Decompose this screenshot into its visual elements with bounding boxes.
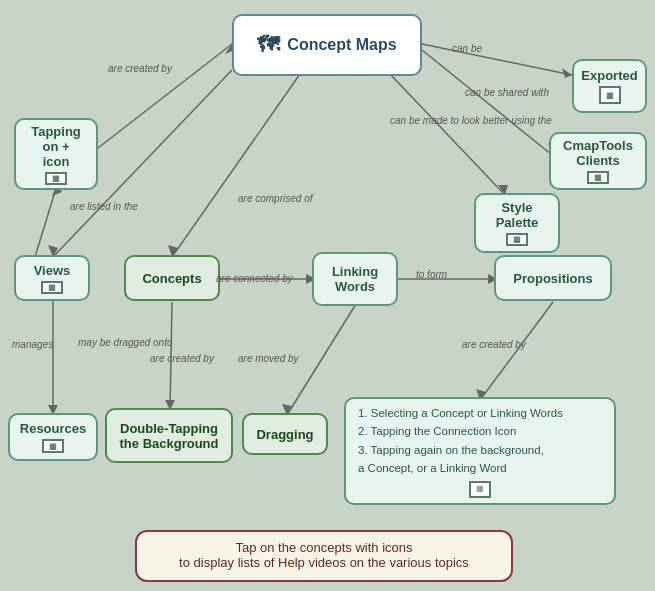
- label-are-created-by2: are created by: [150, 352, 214, 365]
- prop-item-1: 1. Selecting a Concept or Linking Words: [358, 404, 563, 422]
- propositions-list-icon: ▦: [469, 481, 491, 498]
- prop-item-4: a Concept, or a Linking Word: [358, 459, 507, 477]
- svg-line-10: [172, 74, 300, 257]
- label-are-comprised: are comprised of: [238, 192, 312, 205]
- prop-item-2: 2. Tapping the Connection Icon: [358, 422, 516, 440]
- concept-maps-node[interactable]: 🗺 Concept Maps: [232, 14, 422, 76]
- double-tapping-node[interactable]: Double-Tapping the Background: [105, 408, 233, 463]
- label-can-be-made: can be made to look better using the: [390, 114, 552, 128]
- svg-marker-1: [562, 68, 572, 78]
- propositions-node[interactable]: Propositions: [494, 255, 612, 301]
- svg-line-6: [98, 44, 232, 148]
- svg-line-24: [35, 185, 57, 257]
- cmaptools-label: CmapTools Clients: [563, 138, 633, 168]
- svg-line-2: [422, 50, 552, 155]
- label-are-created-by3: are created by: [462, 338, 526, 351]
- style-palette-label: Style Palette: [496, 200, 539, 230]
- concept-maps-icon: 🗺: [257, 32, 279, 58]
- resources-node[interactable]: Resources ▦: [8, 413, 98, 461]
- label-may-be-dragged: may be dragged onto: [78, 336, 173, 349]
- views-label: Views: [34, 263, 71, 278]
- svg-line-22: [480, 302, 553, 400]
- style-palette-icon: ▦: [506, 233, 528, 246]
- exported-icon: ▦: [599, 86, 621, 104]
- prop-item-3: 3. Tapping again on the background,: [358, 441, 544, 459]
- label-are-connected: are connected by: [216, 272, 293, 285]
- label-can-be-shared: can be shared with: [465, 86, 549, 99]
- concepts-label: Concepts: [142, 271, 201, 286]
- linking-words-node[interactable]: Linking Words: [312, 252, 398, 306]
- cmaptools-node[interactable]: CmapTools Clients ▦: [549, 132, 647, 190]
- dragging-label: Dragging: [256, 427, 313, 442]
- label-are-listed: are listed in the: [70, 200, 138, 213]
- propositions-label: Propositions: [513, 271, 592, 286]
- views-icon: ▦: [41, 281, 63, 294]
- label-are-moved-by: are moved by: [238, 352, 299, 365]
- svg-line-0: [422, 44, 572, 75]
- dragging-node[interactable]: Dragging: [242, 413, 328, 455]
- resources-icon: ▦: [42, 439, 64, 453]
- exported-label: Exported: [581, 68, 637, 83]
- bottom-note-line1: Tap on the concepts with icons: [157, 540, 491, 555]
- bottom-note-line2: to display lists of Help videos on the v…: [157, 555, 491, 570]
- double-tapping-label: Double-Tapping the Background: [120, 421, 219, 451]
- cmaptools-icon: ▦: [587, 171, 609, 184]
- linking-words-label: Linking Words: [332, 264, 378, 294]
- tapping-icon: ▦: [45, 172, 67, 185]
- label-can-be: can be: [452, 42, 482, 55]
- concept-maps-label: Concept Maps: [287, 36, 396, 54]
- concepts-node[interactable]: Concepts: [124, 255, 220, 301]
- tapping-label: Tapping on + icon: [31, 124, 81, 169]
- concept-map: 🗺 Concept Maps Exported ▦ CmapTools Clie…: [0, 0, 655, 591]
- exported-node[interactable]: Exported ▦: [572, 59, 647, 113]
- label-manages: manages: [12, 338, 53, 351]
- label-to-form: to form: [416, 268, 447, 281]
- resources-label: Resources: [20, 421, 86, 436]
- style-palette-node[interactable]: Style Palette ▦: [474, 193, 560, 253]
- tapping-node[interactable]: Tapping on + icon ▦: [14, 118, 98, 190]
- bottom-note: Tap on the concepts with icons to displa…: [135, 530, 513, 582]
- label-are-created-by-tapping: are created by: [108, 62, 172, 75]
- views-node[interactable]: Views ▦: [14, 255, 90, 301]
- propositions-list-node[interactable]: 1. Selecting a Concept or Linking Words …: [344, 397, 616, 505]
